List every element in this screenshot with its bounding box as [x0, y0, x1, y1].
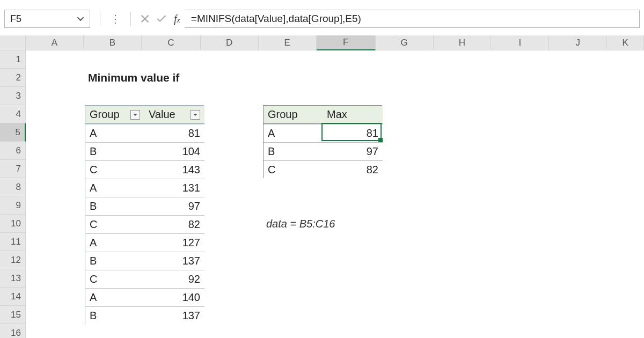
data-table-header-group[interactable]: Group [85, 106, 144, 124]
summary-cell[interactable]: C [264, 160, 323, 179]
col-header-C[interactable]: C [142, 35, 201, 50]
name-box-value: F5 [10, 13, 21, 25]
data-cell[interactable]: B [85, 252, 144, 270]
data-cell[interactable]: A [85, 233, 144, 252]
col-header-A[interactable]: A [26, 35, 84, 50]
summary-table-header-group[interactable]: Group [264, 106, 323, 124]
row-header-7[interactable]: 7 [0, 160, 26, 178]
data-cell[interactable]: 127 [144, 233, 204, 252]
chevron-down-icon [77, 15, 84, 23]
summary-cell[interactable]: 97 [323, 142, 383, 160]
data-cell[interactable]: 82 [144, 215, 204, 233]
col-header-H[interactable]: H [434, 35, 492, 50]
row-header-2[interactable]: 2 [0, 69, 26, 87]
summary-cell[interactable]: 81 [323, 124, 383, 142]
formula-tools: ⋮ fx [98, 12, 180, 26]
col-header-B[interactable]: B [84, 35, 142, 50]
row-header-5[interactable]: 5 [0, 123, 26, 142]
row-header-15[interactable]: 15 [0, 306, 26, 324]
summary-table-header-max[interactable]: Max [323, 106, 383, 124]
cancel-icon[interactable] [141, 14, 149, 23]
row-header-11[interactable]: 11 [0, 233, 26, 251]
col-header-D[interactable]: D [201, 35, 259, 50]
row-header-16[interactable]: 16 [0, 324, 26, 338]
row-header-12[interactable]: 12 [0, 251, 26, 269]
data-cell[interactable]: A [85, 179, 144, 197]
data-table: GroupValueA81B104C143A131B97C82A127B137C… [85, 105, 204, 324]
row-header-1[interactable]: 1 [0, 50, 26, 69]
data-cell[interactable]: C [85, 270, 144, 288]
confirm-icon[interactable] [157, 14, 166, 23]
data-cell[interactable]: B [85, 142, 144, 160]
data-cell[interactable]: 104 [144, 142, 204, 160]
page-title: Minimum value if [85, 69, 263, 87]
summary-cell[interactable]: 82 [323, 160, 383, 179]
col-header-G[interactable]: G [376, 35, 434, 50]
range-note: data = B5:C16 [263, 215, 382, 233]
data-cell[interactable]: 143 [144, 160, 204, 179]
data-table-header-value[interactable]: Value [144, 106, 204, 124]
row-header-14[interactable]: 14 [0, 288, 26, 306]
more-icon[interactable]: ⋮ [110, 12, 121, 25]
data-cell[interactable]: 97 [144, 197, 204, 215]
data-cell[interactable]: B [85, 197, 144, 215]
data-cell[interactable]: C [85, 160, 144, 179]
formula-bar: F5 ⋮ fx =MINIFS(data[Value],data[Group],… [4, 10, 640, 28]
col-header-E[interactable]: E [259, 35, 317, 50]
data-cell[interactable]: B [85, 306, 144, 325]
filter-dropdown-icon[interactable] [191, 110, 200, 120]
filter-dropdown-icon[interactable] [130, 110, 140, 120]
row-header-6[interactable]: 6 [0, 142, 26, 160]
data-cell[interactable]: 137 [144, 306, 204, 325]
summary-cell[interactable]: B [264, 142, 323, 160]
row-header-10[interactable]: 10 [0, 215, 26, 233]
fx-icon[interactable]: fx [174, 13, 180, 25]
row-header-3[interactable]: 3 [0, 87, 26, 105]
select-all-corner[interactable] [0, 35, 26, 50]
formula-input[interactable]: =MINIFS(data[Value],data[Group],E5) [185, 10, 640, 28]
col-header-I[interactable]: I [491, 35, 549, 50]
data-cell[interactable]: 81 [144, 124, 204, 142]
data-cell[interactable]: 131 [144, 179, 204, 197]
formula-text: =MINIFS(data[Value],data[Group],E5) [191, 13, 361, 25]
row-header-9[interactable]: 9 [0, 196, 26, 215]
summary-table: GroupMaxA81B97C82 [263, 105, 382, 178]
data-cell[interactable]: C [85, 215, 144, 233]
data-cell[interactable]: A [85, 288, 144, 306]
name-box-dropdown[interactable] [77, 15, 84, 23]
row-header-8[interactable]: 8 [0, 178, 26, 196]
col-header-F[interactable]: F [317, 35, 376, 50]
col-header-J[interactable]: J [549, 35, 607, 50]
data-cell[interactable]: A [85, 124, 144, 142]
data-cell[interactable]: 92 [144, 270, 204, 288]
data-cell[interactable]: 140 [144, 288, 204, 306]
data-cell[interactable]: 137 [144, 252, 204, 270]
summary-cell[interactable]: A [264, 124, 323, 142]
col-header-K[interactable]: K [607, 35, 644, 50]
name-box[interactable]: F5 [4, 10, 90, 28]
worksheet[interactable]: ABCDEFGHIJK 12345678910111213141516 Mini… [0, 35, 644, 338]
row-header-4[interactable]: 4 [0, 105, 26, 123]
row-header-13[interactable]: 13 [0, 269, 26, 288]
